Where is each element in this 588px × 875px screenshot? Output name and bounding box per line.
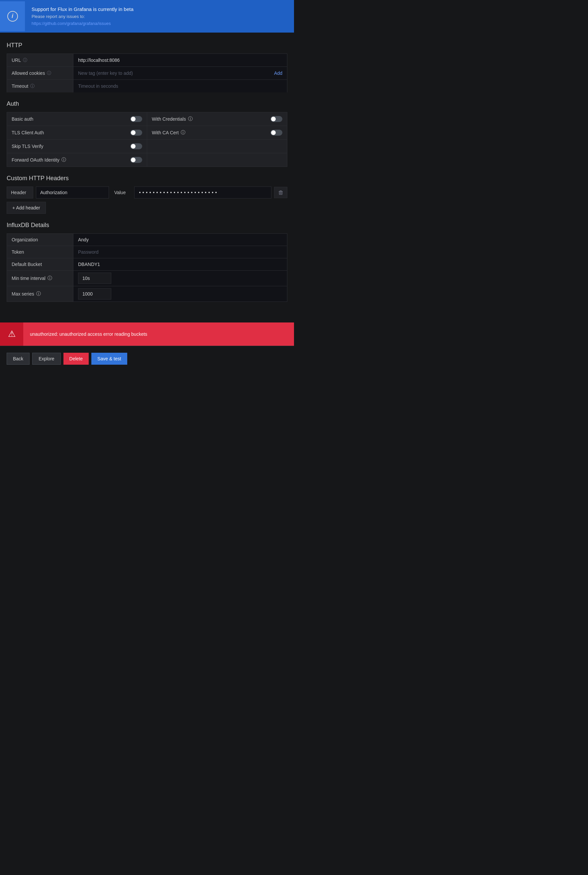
max-series-value [74, 286, 287, 302]
explore-button[interactable]: Explore [32, 353, 60, 365]
tls-client-auth-toggle[interactable] [130, 130, 142, 135]
skip-tls-cell: Skip TLS Verify [7, 140, 147, 153]
error-text: unauthorized: unauthorized access error … [23, 326, 154, 342]
skip-tls-toggle[interactable] [130, 143, 142, 149]
basic-auth-label: Basic auth [12, 116, 33, 122]
auth-section-title: Auth [7, 101, 287, 107]
skip-tls-label: Skip TLS Verify [12, 144, 43, 149]
token-input[interactable] [74, 246, 287, 258]
url-label: URL ⓘ [7, 54, 74, 66]
warning-icon: ⚠ [8, 329, 16, 339]
min-time-label: Min time interval ⓘ [7, 271, 74, 286]
min-time-info-icon[interactable]: ⓘ [48, 275, 52, 281]
min-time-value [74, 271, 287, 286]
error-banner: ⚠ unauthorized: unauthorized access erro… [0, 322, 294, 346]
add-tag-button[interactable]: Add [269, 71, 287, 76]
auth-row-4: Forward OAuth Identity ⓘ [7, 153, 287, 167]
header-row: Header Value [7, 186, 287, 198]
info-banner: i Support for Flux in Grafana is current… [0, 0, 294, 33]
delete-header-button[interactable] [274, 187, 287, 198]
auth-section: Basic auth With Credentials ⓘ TLS Client… [7, 112, 287, 167]
basic-auth-toggle[interactable] [130, 116, 142, 122]
influxdb-title: InfluxDB Details [7, 222, 287, 229]
footer-buttons: Back Explore Delete Save & test [0, 346, 294, 371]
organization-row: Organization [7, 233, 287, 246]
min-time-row: Min time interval ⓘ [7, 270, 287, 286]
empty-cell [147, 140, 287, 153]
banner-title: Support for Flux in Grafana is currently… [32, 5, 134, 13]
with-credentials-toggle[interactable] [270, 116, 282, 122]
auth-row-3: Skip TLS Verify [7, 140, 287, 153]
forward-oauth-cell: Forward OAuth Identity ⓘ [7, 153, 147, 167]
forward-oauth-toggle[interactable] [130, 157, 142, 163]
default-bucket-input[interactable] [74, 258, 287, 270]
save-test-button[interactable]: Save & test [92, 353, 127, 365]
influxdb-section: InfluxDB Details Organization Token Defa… [7, 222, 287, 302]
max-series-label: Max series ⓘ [7, 286, 74, 302]
allowed-cookies-value: Add [74, 67, 287, 80]
delete-button[interactable]: Delete [63, 353, 89, 365]
allowed-cookies-label: Allowed cookies ⓘ [7, 67, 74, 80]
url-row: URL ⓘ [7, 54, 287, 66]
add-header-button[interactable]: + Add header [7, 202, 46, 214]
organization-label: Organization [7, 234, 74, 246]
timeout-row: Timeout ⓘ [7, 80, 287, 92]
custom-headers-title: Custom HTTP Headers [7, 175, 287, 182]
max-series-input[interactable] [78, 288, 111, 299]
token-value [74, 246, 287, 258]
default-bucket-row: Default Bucket [7, 258, 287, 270]
with-ca-cert-label: With CA Cert ⓘ [152, 130, 185, 135]
with-ca-cert-toggle[interactable] [270, 130, 282, 135]
header-value-input[interactable] [134, 186, 272, 198]
forward-oauth-label: Forward OAuth Identity ⓘ [12, 157, 66, 163]
allowed-cookies-row: Allowed cookies ⓘ Add [7, 66, 287, 80]
info-icon: i [7, 11, 18, 22]
tls-client-auth-label: TLS Client Auth [12, 130, 44, 135]
timeout-label: Timeout ⓘ [7, 80, 74, 92]
back-button[interactable]: Back [7, 353, 30, 365]
error-icon-box: ⚠ [0, 322, 23, 346]
token-label: Token [7, 246, 74, 258]
banner-link[interactable]: https://github.com/grafana/grafana/issue… [32, 21, 111, 26]
banner-subtitle: Please report any issues to: https://git… [32, 13, 134, 27]
max-series-row: Max series ⓘ [7, 286, 287, 302]
default-bucket-value [74, 258, 287, 270]
basic-auth-cell: Basic auth [7, 112, 147, 126]
timeout-info-icon[interactable]: ⓘ [30, 83, 34, 89]
organization-value [74, 234, 287, 246]
allowed-cookies-info-icon[interactable]: ⓘ [47, 70, 51, 76]
header-name-input[interactable] [36, 186, 109, 198]
tls-client-auth-cell: TLS Client Auth [7, 126, 147, 139]
value-label: Value [112, 190, 132, 195]
svg-rect-1 [280, 191, 282, 191]
auth-row-2: TLS Client Auth With CA Cert ⓘ [7, 126, 287, 140]
banner-icon-box: i [0, 2, 25, 31]
url-value [74, 54, 287, 66]
url-info-icon[interactable]: ⓘ [23, 57, 27, 63]
auth-row-1: Basic auth With Credentials ⓘ [7, 112, 287, 126]
forward-oauth-info-icon[interactable]: ⓘ [62, 157, 66, 163]
with-credentials-cell: With Credentials ⓘ [147, 112, 287, 126]
allowed-cookies-input[interactable] [74, 67, 269, 79]
url-input[interactable] [74, 54, 287, 66]
min-time-input[interactable] [78, 273, 111, 284]
header-label: Header [7, 186, 33, 198]
token-row: Token [7, 246, 287, 258]
timeout-input[interactable] [74, 80, 287, 92]
timeout-value [74, 80, 287, 92]
trash-icon [278, 190, 283, 195]
with-credentials-label: With Credentials ⓘ [152, 116, 193, 122]
empty-cell-2 [147, 153, 287, 167]
with-ca-cert-info-icon[interactable]: ⓘ [181, 130, 185, 135]
organization-input[interactable] [74, 234, 287, 246]
with-ca-cert-cell: With CA Cert ⓘ [147, 126, 287, 139]
default-bucket-label: Default Bucket [7, 258, 74, 270]
http-section-title: HTTP [7, 42, 287, 49]
with-credentials-info-icon[interactable]: ⓘ [188, 116, 193, 122]
banner-text: Support for Flux in Grafana is currently… [25, 0, 140, 33]
max-series-info-icon[interactable]: ⓘ [36, 291, 41, 297]
custom-headers-section: Custom HTTP Headers Header Value + Add h… [7, 175, 287, 214]
